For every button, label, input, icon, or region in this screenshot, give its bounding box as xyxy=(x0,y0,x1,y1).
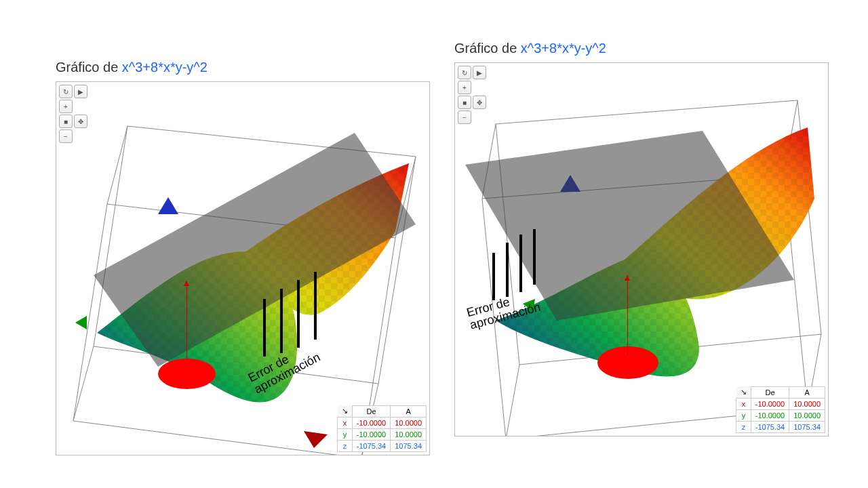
axis-range-table: ↘ De A x -10.0000 10.0000 y -10.0000 10.… xyxy=(337,405,427,453)
tangent-point-marker xyxy=(597,346,658,379)
svg-marker-11 xyxy=(304,431,328,448)
chart-title-left: Gráfico de x^3+8*x*y-y^2 xyxy=(56,60,208,75)
svg-line-15 xyxy=(482,124,496,199)
tangent-arrow xyxy=(627,280,628,354)
col-from: De xyxy=(751,386,789,399)
move3d-button[interactable]: ✥ xyxy=(74,115,87,128)
range-row-y[interactable]: y -10.0000 10.0000 xyxy=(338,429,427,441)
col-to: A xyxy=(391,405,427,418)
reset-view-button[interactable]: ↻ xyxy=(59,85,73,98)
range-row-x[interactable]: x -10.0000 10.0000 xyxy=(338,418,427,429)
slash-icon: ↘ xyxy=(736,386,751,399)
play-button[interactable]: ▶ xyxy=(473,66,486,79)
svg-marker-21 xyxy=(560,175,580,192)
formula-text[interactable]: x^3+8*x*y-y^2 xyxy=(521,41,606,56)
plot-panel-left[interactable]: ↻ ▶ + ■ ✥ − xyxy=(56,81,430,455)
plot-toolbar: ↻ ▶ + ■ ✥ − xyxy=(458,66,486,124)
range-row-z[interactable]: z -1075.34 1075.34 xyxy=(736,422,825,433)
title-prefix: Gráfico de xyxy=(454,41,521,56)
range-row-x[interactable]: x -10.0000 10.0000 xyxy=(736,399,825,410)
zoom-in-button[interactable]: + xyxy=(458,81,471,94)
range-row-y[interactable]: y -10.0000 10.0000 xyxy=(736,410,825,422)
formula-text[interactable]: x^3+8*x*y-y^2 xyxy=(122,60,208,75)
zoom-out-button[interactable]: − xyxy=(59,129,73,143)
slash-icon: ↘ xyxy=(338,405,353,418)
col-to: A xyxy=(789,386,825,399)
svg-line-18 xyxy=(506,365,519,436)
camera-button[interactable]: ■ xyxy=(59,115,73,128)
range-row-z[interactable]: z -1075.34 1075.34 xyxy=(338,441,427,452)
camera-button[interactable]: ■ xyxy=(458,96,471,109)
move3d-button[interactable]: ✥ xyxy=(473,96,486,109)
col-from: De xyxy=(352,405,390,418)
svg-marker-10 xyxy=(75,316,87,329)
plot-toolbar: ↻ ▶ + ■ ✥ − xyxy=(59,85,87,143)
surface-plot xyxy=(56,82,429,455)
plot-panel-right[interactable]: ↻ ▶ + ■ ✥ − xyxy=(454,62,829,436)
axis-range-table: ↘ De A x -10.0000 10.0000 y -10.0000 10.… xyxy=(736,386,825,434)
zoom-in-button[interactable]: + xyxy=(59,100,73,113)
reset-view-button[interactable]: ↻ xyxy=(458,66,471,79)
chart-title-right: Gráfico de x^3+8*x*y-y^2 xyxy=(454,41,606,56)
tangent-arrow xyxy=(186,285,187,363)
play-button[interactable]: ▶ xyxy=(74,85,87,98)
zoom-out-button[interactable]: − xyxy=(458,110,471,124)
svg-marker-9 xyxy=(158,197,178,214)
title-prefix: Gráfico de xyxy=(56,60,122,75)
